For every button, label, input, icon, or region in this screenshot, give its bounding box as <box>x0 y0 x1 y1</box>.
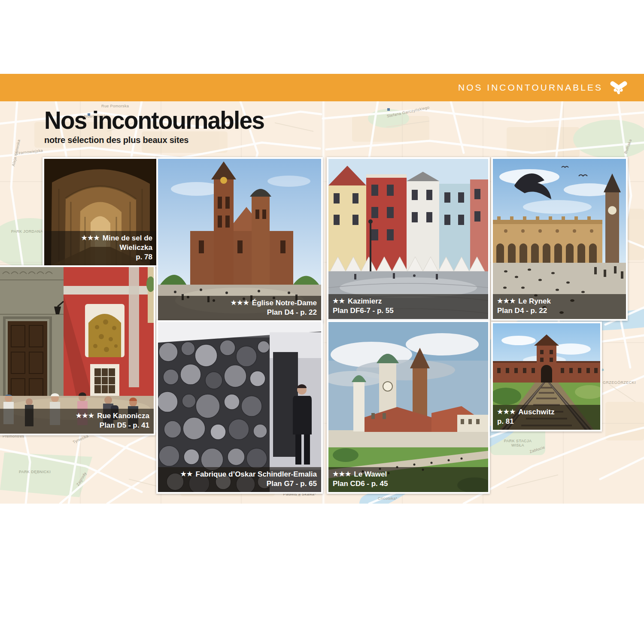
site-name: Kazimierz <box>348 297 382 305</box>
banner-label: NOS INCONTOURNABLES <box>458 82 603 93</box>
wawel-castle-art <box>328 322 488 492</box>
photo-caption: ★★★Le Wawel Plan CD6 - p. 45 <box>328 467 488 492</box>
star-rating: ★★ <box>333 297 345 304</box>
star-rating: ★★★ <box>497 297 516 304</box>
photo-caption: ★★★Rue Kanonicza Plan D5 - p. 41 <box>0 409 154 434</box>
site-ref: p. 81 <box>497 417 596 426</box>
site-name: Auschwitz <box>518 408 554 416</box>
star-rating: ★★★ <box>333 470 351 477</box>
map-label: PARK STACJA WISŁA <box>498 439 538 447</box>
site-ref: Plan CD6 - p. 45 <box>333 479 484 489</box>
guidebook-page: Rue PomorskaNowowiejskiAleja KijowskaCza… <box>0 0 644 644</box>
star-rating: ★★ <box>181 470 193 477</box>
map-label: GRZEGÓRZECKI <box>603 380 636 385</box>
map-label: PARK JORDANA <box>11 229 43 234</box>
photo-caption: ★★★Auschwitz p. 81 <box>493 405 600 430</box>
photo-caption: ★★★Église Notre-Dame Plan D4 - p. 22 <box>158 296 321 321</box>
site-name: Église Notre-Dame <box>252 299 317 307</box>
photo-caption: ★★Kazimierz Plan DF6-7 - p. 55 <box>328 294 488 319</box>
site-name: Fabrique d’Oskar Schindler-Emalia <box>196 470 317 478</box>
site-ref: p. 78 <box>49 252 152 262</box>
header-banner: NOS INCONTOURNABLES <box>0 74 644 101</box>
star-rating: ★★★ <box>497 408 516 415</box>
site-ref: Plan D4 - p. 22 <box>497 306 622 316</box>
photo-le-wawel: ★★★Le Wawel Plan CD6 - p. 45 <box>327 320 490 494</box>
site-ref: Plan DF6-7 - p. 55 <box>333 306 484 316</box>
photo-caption: ★★★Le Rynek Plan D4 - p. 22 <box>493 294 626 319</box>
photo-le-rynek: ★★★Le Rynek Plan D4 - p. 22 <box>491 157 628 321</box>
page-title: Nos incontournables <box>44 107 264 133</box>
photo-rue-kanonicza: ★★★Rue Kanonicza Plan D5 - p. 41 <box>0 265 155 435</box>
map-label: PARK DĘBNICKI <box>19 470 51 474</box>
site-ref: Plan D5 - p. 41 <box>4 421 149 430</box>
photo-caption: ★★Fabrique d’Oskar Schindler-Emalia Plan… <box>158 467 321 492</box>
site-ref: Plan D4 - p. 22 <box>162 308 317 317</box>
handshake-icon <box>609 80 629 95</box>
photo-auschwitz: ★★★Auschwitz p. 81 <box>491 322 602 431</box>
photo-kazimierz: ★★Kazimierz Plan DF6-7 - p. 55 <box>327 157 490 321</box>
site-name: Rue Kanonicza <box>97 412 149 420</box>
star-rating: ★★★ <box>76 412 94 419</box>
site-name: Le Rynek <box>518 297 551 305</box>
photo-fabrique-schindler: ★★Fabrique d’Oskar Schindler-Emalia Plan… <box>156 320 323 494</box>
site-name: Le Wawel <box>354 470 387 478</box>
site-name: Mine de sel de Wieliczka <box>103 234 152 252</box>
star-rating: ★★★ <box>81 234 100 241</box>
photo-caption: ★★★Mine de sel de Wieliczka p. 78 <box>44 231 157 265</box>
star-rating: ★★★ <box>231 299 249 306</box>
photo-eglise-notre-dame: ★★★Église Notre-Dame Plan D4 - p. 22 <box>156 157 323 322</box>
photo-mine-de-sel-wieliczka: ★★★Mine de sel de Wieliczka p. 78 <box>43 157 158 267</box>
intro-block: Nos incontournables notre sélection des … <box>44 107 276 145</box>
site-ref: Plan G7 - p. 65 <box>162 479 317 489</box>
map-label: Cricoteka* <box>378 496 398 501</box>
page-subtitle: notre sélection des plus beaux sites <box>44 135 276 145</box>
enamel-pots-art <box>158 322 321 492</box>
